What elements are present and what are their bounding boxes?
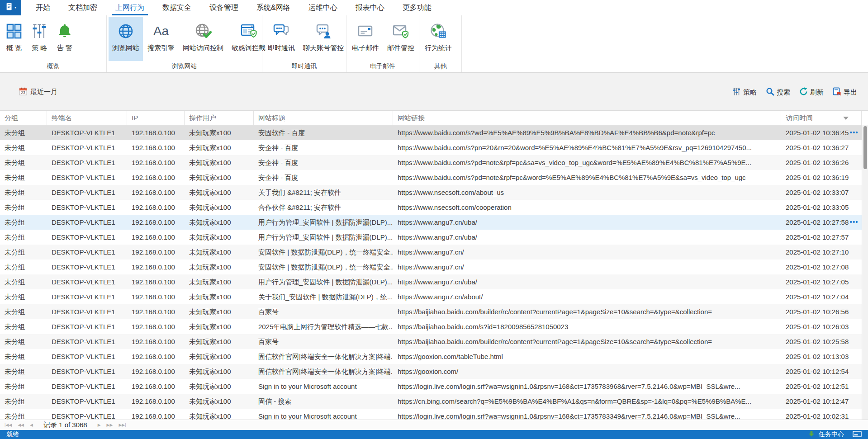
menubar-tab[interactable]: 开始	[27, 0, 59, 15]
menubar-tab[interactable]: 报表中心	[346, 0, 394, 15]
menubar-tab[interactable]: 设备管理	[200, 0, 247, 15]
table-row[interactable]: 未分组DESKTOP-VLKTLE1192.168.0.100未知玩家x100用…	[0, 215, 862, 230]
cell-time: 2025-01-02 10:27:05	[781, 274, 862, 289]
ribbon-item-search-engine[interactable]: Aa 搜索引擎	[144, 17, 178, 61]
search-button[interactable]: 搜索	[766, 87, 790, 97]
refresh-button-label: 刷新	[810, 88, 824, 97]
cell-time: 2025-01-02 10:02:31	[781, 409, 862, 420]
table-row[interactable]: 未分组DESKTOP-VLKTLE1192.168.0.100未知玩家x100固…	[0, 364, 862, 379]
svg-text:23: 23	[21, 90, 25, 95]
pagination-bar: |◀◀ ◀◀ ◀ 记录 1 of 3068 ▶ ▶▶ ▶▶|	[0, 420, 868, 430]
table-row[interactable]: 未分组DESKTOP-VLKTLE1192.168.0.100未知玩家x100固…	[0, 394, 862, 409]
cell-group: 未分组	[0, 140, 47, 155]
menubar-tab[interactable]: 上网行为	[106, 0, 153, 15]
table-row[interactable]: 未分组DESKTOP-VLKTLE1192.168.0.100未知玩家x100安…	[0, 125, 862, 140]
table-row[interactable]: 未分组DESKTOP-VLKTLE1192.168.0.100未知玩家x100S…	[0, 409, 862, 420]
fast-next-button[interactable]: ▶▶	[107, 423, 113, 427]
menubar-tab[interactable]: 运维中心	[299, 0, 346, 15]
ribbon-group-im: 即时通讯 聊天账号管控 即时通讯	[262, 15, 346, 72]
cell-url: https://www.nsecsoft.com/cooperation	[393, 200, 781, 215]
table-row[interactable]: 未分组DESKTOP-VLKTLE1192.168.0.100未知玩家x100安…	[0, 155, 862, 170]
cell-title: 固信 - 搜索	[254, 394, 393, 409]
column-header-group[interactable]: 分组	[0, 111, 47, 125]
menubar-tab[interactable]: 数据安全	[153, 0, 200, 15]
table-row[interactable]: 未分组DESKTOP-VLKTLE1192.168.0.100未知玩家x100百…	[0, 304, 862, 319]
table-row[interactable]: 未分组DESKTOP-VLKTLE1192.168.0.100未知玩家x100安…	[0, 170, 862, 185]
column-header-user[interactable]: 操作用户	[185, 111, 254, 125]
table-row[interactable]: 未分组DESKTOP-VLKTLE1192.168.0.100未知玩家x100安…	[0, 245, 862, 260]
policy-button-label: 策略	[743, 88, 757, 97]
row-actions-button[interactable]: •••	[850, 125, 859, 140]
first-page-button[interactable]: |◀◀	[5, 423, 12, 427]
table-body: 未分组DESKTOP-VLKTLE1192.168.0.100未知玩家x100安…	[0, 125, 862, 420]
ribbon-group-label: 电子邮件	[346, 61, 419, 72]
table-row[interactable]: 未分组DESKTOP-VLKTLE1192.168.0.100未知玩家x1002…	[0, 319, 862, 334]
table-row[interactable]: 未分组DESKTOP-VLKTLE1192.168.0.100未知玩家x100S…	[0, 379, 862, 394]
column-header-url[interactable]: 网站链接	[393, 111, 781, 125]
cell-url: https://login.live.com/login.srf?wa=wsig…	[393, 379, 781, 394]
cell-url: https://gooxion.com/	[393, 364, 781, 379]
table-row[interactable]: 未分组DESKTOP-VLKTLE1192.168.0.100未知玩家x100合…	[0, 200, 862, 215]
column-header-title[interactable]: 网站标题	[254, 111, 393, 125]
ribbon-item-site-access-control[interactable]: 网站访问控制	[179, 17, 227, 61]
vertical-scrollbar[interactable]	[862, 125, 868, 420]
ribbon-item-overview[interactable]: 概 览	[2, 17, 26, 61]
cell-user: 未知玩家x100	[185, 200, 254, 215]
refresh-button[interactable]: 刷新	[799, 87, 824, 97]
ribbon-item-behavior-stats[interactable]: 行为统计	[421, 17, 455, 61]
cell-url: https://www.baidu.com/s?wd=%E5%AE%89%E5%…	[393, 125, 781, 140]
cell-terminal: DESKTOP-VLKTLE1	[47, 409, 127, 420]
ribbon-item-policy[interactable]: 策 略	[27, 17, 52, 61]
table-row[interactable]: 未分组DESKTOP-VLKTLE1192.168.0.100未知玩家x100关…	[0, 289, 862, 304]
column-header-ip[interactable]: IP	[127, 111, 185, 125]
policy-button[interactable]: 策略	[732, 87, 757, 97]
ribbon-item-chat-account-control[interactable]: 聊天账号管控	[299, 17, 347, 61]
ribbon-item-instant-messaging[interactable]: 即时通讯	[264, 17, 299, 61]
ribbon-item-mail-control[interactable]: 邮件管控	[384, 17, 418, 61]
menubar-tab[interactable]: 系统&网络	[247, 0, 299, 15]
cell-url: https://www.angu7.cn/uba/	[393, 230, 781, 245]
cell-user: 未知玩家x100	[185, 245, 254, 260]
menubar-tab[interactable]: 更多功能	[394, 0, 441, 15]
table-row[interactable]: 未分组DESKTOP-VLKTLE1192.168.0.100未知玩家x100关…	[0, 185, 862, 200]
scrollbar-thumb[interactable]	[863, 126, 867, 169]
export-button[interactable]: 导出	[833, 87, 857, 97]
cell-url: https://cn.bing.com/search?q=%E5%9B%BA%E…	[393, 394, 781, 409]
ribbon-item-alert[interactable]: 告 警	[52, 17, 77, 61]
app-menu-button[interactable]: ▾	[0, 0, 21, 15]
cell-title: 用户行为管理_安固软件 | 数据防泄漏(DLP)...	[254, 230, 393, 245]
cell-time: 2025-01-02 10:27:57	[781, 230, 862, 245]
table-row[interactable]: 未分组DESKTOP-VLKTLE1192.168.0.100未知玩家x100固…	[0, 349, 862, 364]
cell-title: 安企神 - 百度	[254, 140, 393, 155]
cell-title: 2025年电脑上网行为管理软件精选——七款...	[254, 319, 393, 334]
table-row[interactable]: 未分组DESKTOP-VLKTLE1192.168.0.100未知玩家x100安…	[0, 140, 862, 155]
row-actions-button[interactable]: •••	[850, 215, 859, 230]
menubar: ▾ 开始文档加密上网行为数据安全设备管理系统&网络运维中心报表中心更多功能	[0, 0, 868, 15]
cell-title: 安固软件 | 数据防泄漏(DLP)，统一终端安全...	[254, 260, 393, 274]
date-range-filter[interactable]: 23 最近一月	[19, 87, 57, 97]
table-row[interactable]: 未分组DESKTOP-VLKTLE1192.168.0.100未知玩家x100用…	[0, 230, 862, 245]
column-header-terminal[interactable]: 终端名	[47, 111, 127, 125]
cell-url: https://www.baidu.com/s?pd=note&rpf=pc&s…	[393, 155, 781, 170]
cell-user: 未知玩家x100	[185, 304, 254, 319]
cell-url: https://www.angu7.cn/	[393, 260, 781, 274]
last-page-button[interactable]: ▶▶|	[119, 423, 126, 427]
task-center-button[interactable]: 任务中心	[808, 430, 862, 439]
cell-user: 未知玩家x100	[185, 349, 254, 364]
fast-previous-button[interactable]: ◀◀	[18, 423, 24, 427]
cell-title: 关于我们 &#8211; 安在软件	[254, 185, 393, 200]
table-row[interactable]: 未分组DESKTOP-VLKTLE1192.168.0.100未知玩家x100百…	[0, 334, 862, 349]
previous-page-button[interactable]: ◀	[30, 423, 33, 427]
next-page-button[interactable]: ▶	[98, 423, 101, 427]
table-row[interactable]: 未分组DESKTOP-VLKTLE1192.168.0.100未知玩家x100用…	[0, 274, 862, 289]
ribbon-group-other: 行为统计 其他	[419, 15, 462, 72]
cell-group: 未分组	[0, 125, 47, 140]
cell-user: 未知玩家x100	[185, 140, 254, 155]
ribbon-item-email[interactable]: 电子邮件	[348, 17, 383, 61]
column-header-time[interactable]: 访问时间	[781, 111, 862, 125]
ribbon-item-browse-websites[interactable]: 浏览网站	[109, 17, 143, 61]
menubar-tab[interactable]: 文档加密	[59, 0, 106, 15]
table-row[interactable]: 未分组DESKTOP-VLKTLE1192.168.0.100未知玩家x100安…	[0, 260, 862, 274]
cell-url: https://www.baidu.com/s?pd=note&rpf=pc&w…	[393, 170, 781, 185]
filter-band: 23 最近一月 策略 搜索 刷新	[0, 73, 868, 110]
